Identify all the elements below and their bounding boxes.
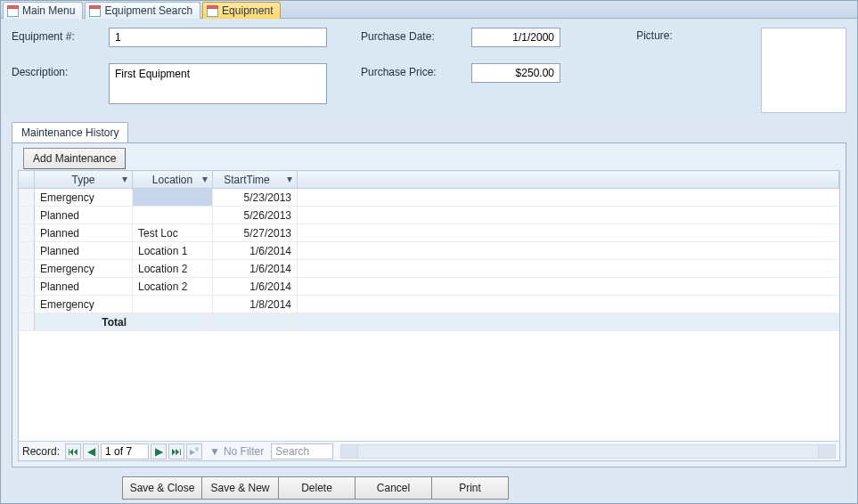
chevron-down-icon[interactable]: ▾	[284, 174, 295, 184]
command-bar: Save & Close Save & New Delete Cancel Pr…	[122, 476, 857, 500]
description-label: Description:	[12, 63, 105, 78]
record-position[interactable]: 1 of 7	[101, 443, 149, 459]
row-selector[interactable]	[19, 296, 35, 313]
record-navigator: Record: ⏮ ◀ 1 of 7 ▶ ⏭ ▸* ▼ No Filter Se…	[19, 441, 839, 460]
purchase-date-field[interactable]: 1/1/2000	[471, 28, 560, 47]
cell-location[interactable]: Location 2	[133, 260, 213, 277]
cell-starttime[interactable]: 1/6/2014	[213, 260, 298, 277]
tab-label: Equipment	[222, 4, 273, 17]
cell-starttime[interactable]: 1/6/2014	[213, 278, 298, 295]
datasheet-header: Type ▾ Location ▾ StartTime ▾	[19, 171, 839, 189]
datasheet-body[interactable]: Emergency5/23/2013Planned5/26/2013Planne…	[19, 189, 839, 441]
form-icon	[207, 5, 218, 17]
document-tabbar: Main Menu Equipment Search Equipment	[1, 1, 857, 19]
row-selector-header[interactable]	[19, 171, 35, 188]
cell-starttime[interactable]: 5/26/2013	[213, 207, 298, 224]
svg-rect-3	[90, 5, 101, 8]
cell-location[interactable]	[133, 296, 213, 313]
cell-type[interactable]: Planned	[35, 278, 133, 295]
table-row[interactable]: PlannedLocation 21/6/2014	[19, 278, 839, 296]
row-selector[interactable]	[19, 189, 35, 206]
cell-starttime[interactable]: 1/8/2014	[213, 296, 298, 313]
tab-label: Main Menu	[22, 4, 75, 17]
table-row[interactable]: Emergency1/8/2014	[19, 296, 839, 313]
column-header-location[interactable]: Location ▾	[133, 171, 213, 188]
cell-type[interactable]: Emergency	[35, 189, 133, 206]
maintenance-datasheet: Type ▾ Location ▾ StartTime ▾ Emergency5…	[18, 170, 840, 461]
table-row[interactable]: Emergency5/23/2013	[19, 189, 839, 207]
svg-rect-1	[8, 5, 19, 8]
table-row[interactable]: PlannedTest Loc5/27/2013	[19, 224, 839, 242]
column-header-starttime[interactable]: StartTime ▾	[213, 171, 298, 188]
nav-next-icon[interactable]: ▶	[151, 443, 167, 459]
cell-location[interactable]: Location 2	[133, 278, 213, 295]
add-maintenance-button[interactable]: Add Maintenance	[23, 148, 126, 169]
cell-type[interactable]: Planned	[35, 242, 133, 259]
nav-prev-icon[interactable]: ◀	[83, 443, 99, 459]
row-selector[interactable]	[19, 260, 35, 277]
cell-starttime[interactable]: 1/6/2014	[213, 242, 298, 259]
header-filler	[298, 171, 839, 188]
row-selector[interactable]	[19, 224, 35, 241]
picture-label: Picture:	[564, 28, 745, 42]
cell-type[interactable]: Planned	[35, 207, 133, 224]
filter-icon: ▼	[209, 445, 220, 458]
cell-location[interactable]	[133, 189, 213, 206]
row-selector	[19, 313, 35, 330]
chevron-down-icon[interactable]: ▾	[119, 174, 130, 184]
row-selector[interactable]	[19, 278, 35, 295]
cell-type[interactable]: Planned	[35, 224, 133, 241]
table-row[interactable]: PlannedLocation 11/6/2014	[19, 242, 839, 260]
svg-rect-5	[208, 5, 218, 8]
cell-type[interactable]: Emergency	[35, 260, 133, 277]
form-header: Equipment #: 1 Purchase Date: 1/1/2000 P…	[1, 19, 857, 117]
horizontal-scrollbar[interactable]	[340, 444, 836, 459]
print-button[interactable]: Print	[432, 476, 509, 500]
total-label: Total	[35, 313, 133, 330]
purchase-date-label: Purchase Date:	[361, 28, 468, 43]
tab-equipment[interactable]: Equipment	[202, 2, 281, 19]
cell-location[interactable]	[133, 207, 213, 224]
column-header-type[interactable]: Type ▾	[35, 171, 133, 188]
cell-type[interactable]: Emergency	[35, 296, 133, 313]
total-row: Total	[19, 313, 839, 331]
nav-last-icon[interactable]: ⏭	[168, 443, 184, 459]
equipment-form-window: Main Menu Equipment Search Equipment Equ…	[0, 0, 858, 504]
cell-location[interactable]: Location 1	[133, 242, 213, 259]
equipment-num-field[interactable]: 1	[109, 28, 327, 47]
purchase-price-label: Purchase Price:	[361, 63, 468, 78]
form-icon	[89, 5, 101, 17]
form-icon	[7, 5, 19, 17]
maintenance-subform: Add Maintenance Type ▾ Location ▾ StartT…	[12, 142, 846, 467]
nav-new-icon[interactable]: ▸*	[186, 443, 202, 459]
tab-main-menu[interactable]: Main Menu	[3, 2, 83, 19]
save-close-button[interactable]: Save & Close	[122, 476, 202, 500]
no-filter-indicator[interactable]: ▼ No Filter	[209, 445, 264, 458]
cell-location[interactable]: Test Loc	[133, 224, 213, 241]
tab-maintenance-history[interactable]: Maintenance History	[12, 122, 128, 142]
picture-box[interactable]	[761, 28, 846, 113]
row-selector[interactable]	[19, 242, 35, 259]
save-new-button[interactable]: Save & New	[202, 476, 279, 500]
table-row[interactable]: EmergencyLocation 21/6/2014	[19, 260, 839, 278]
chevron-down-icon[interactable]: ▾	[200, 174, 210, 184]
equipment-num-label: Equipment #:	[12, 28, 105, 43]
table-row[interactable]: Planned5/26/2013	[19, 207, 839, 224]
search-input[interactable]: Search	[271, 443, 333, 459]
row-selector[interactable]	[19, 207, 35, 224]
tab-equipment-search[interactable]: Equipment Search	[85, 2, 200, 19]
purchase-price-field[interactable]: $250.00	[471, 63, 560, 83]
delete-button[interactable]: Delete	[279, 476, 355, 500]
subtab-strip: Maintenance History	[12, 122, 846, 142]
cell-starttime[interactable]: 5/23/2013	[213, 189, 298, 206]
recnav-label: Record:	[22, 445, 60, 458]
description-field[interactable]: First Equipment	[109, 63, 327, 104]
tab-label: Equipment Search	[104, 4, 192, 17]
cell-starttime[interactable]: 5/27/2013	[213, 224, 298, 241]
nav-first-icon[interactable]: ⏮	[65, 443, 81, 459]
cancel-button[interactable]: Cancel	[355, 476, 432, 500]
